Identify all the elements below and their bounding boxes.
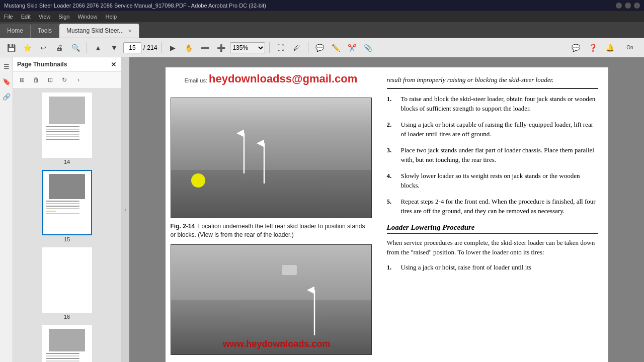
nav-icon[interactable]: ☰	[2, 61, 12, 71]
share-button[interactable]: 💬	[569, 41, 583, 55]
item-num-4: 4.	[387, 171, 396, 191]
toolbar: 💾 ⭐ ↩ 🖨 🔍 ▲ ▼ / 214 ▶ ✋ ➖ ➕ 135% 100% 75…	[0, 38, 644, 57]
item-text-4: Slowly lower loader so its weight rests …	[401, 171, 598, 191]
window-controls[interactable]	[616, 3, 640, 9]
menu-window[interactable]: Window	[77, 14, 97, 20]
lowering-text-1: Using a jack or hoist, raise front of lo…	[401, 262, 532, 273]
figure-1-caption: Fig. 2-14 Location underneath the left r…	[171, 222, 372, 239]
left-icon-bar: ☰ 🔖 🔗	[0, 57, 13, 362]
tab-tools[interactable]: Tools	[31, 24, 59, 38]
zoom-select[interactable]: 135% 100% 75% 150%	[230, 42, 265, 53]
sidebar-collapse-button[interactable]: ‹	[121, 57, 129, 362]
thumb-box-17[interactable]	[42, 325, 92, 362]
tab-home-label: Home	[7, 27, 23, 34]
close-button[interactable]	[634, 3, 640, 9]
thumb-box-15[interactable]	[42, 170, 92, 235]
thumb-box-16[interactable]	[42, 247, 92, 313]
instruction-item-3: 3. Place two jack stands under flat part…	[387, 145, 598, 165]
menu-sign[interactable]: Sign	[58, 14, 69, 20]
separator-3	[269, 42, 270, 53]
notification-button[interactable]: 🔔	[603, 41, 617, 55]
thumb-box-14[interactable]	[42, 93, 92, 158]
select-tool-button[interactable]: ▶	[166, 41, 180, 55]
item-text-3: Place two jack stands under flat part of…	[401, 145, 598, 165]
sidebar-title: Page Thumbnails	[17, 61, 67, 68]
thumb-14[interactable]: 14	[15, 93, 119, 165]
zoom-in-button[interactable]: ➕	[214, 41, 228, 55]
tab-tools-label: Tools	[38, 27, 52, 34]
thumb-15[interactable]: 15	[15, 170, 119, 242]
section-heading-text: Loader Lowering Procedure	[387, 223, 475, 231]
instruction-item-1: 1. To raise and block the skid-steer loa…	[387, 94, 598, 114]
tab-home[interactable]: Home	[0, 24, 31, 38]
sidebar-header: Page Thumbnails ✕	[13, 57, 121, 72]
item-text-5: Repeat steps 2-4 for the front end. When…	[401, 197, 598, 216]
comment-button[interactable]: 💬	[312, 41, 327, 55]
sidebar-delete-btn[interactable]: 🗑	[30, 74, 42, 86]
tab-bar: Home Tools Mustang Skid Steer... ✕	[0, 22, 644, 38]
save-button[interactable]: 💾	[4, 41, 18, 55]
arrow-2	[257, 138, 272, 189]
lowering-num-1: 1.	[387, 262, 396, 273]
fig-1-text: Location underneath the left rear skid l…	[171, 223, 365, 238]
menu-file[interactable]: File	[4, 14, 13, 20]
thumb-16[interactable]: 16	[15, 247, 119, 320]
tab-close-icon[interactable]: ✕	[128, 28, 132, 34]
thumbnails-container[interactable]: 14 15	[13, 88, 121, 362]
sidebar-tools: ⊞ 🗑 ⊡ ↻ ›	[13, 72, 121, 88]
page-input[interactable]	[123, 42, 141, 53]
item-text-2: Using a jack or hoist capable of raising…	[401, 120, 598, 139]
stamp-button[interactable]: ✂️	[345, 41, 359, 55]
attach-button[interactable]: 📎	[361, 41, 375, 55]
page-document: Email us: heydownloadss@gmail.com	[166, 67, 608, 362]
tab-document[interactable]: Mustang Skid Steer... ✕	[59, 24, 139, 38]
item-text-1: To raise and block the skid-steer loader…	[401, 94, 598, 114]
sidebar-rotate-btn[interactable]: ↻	[58, 74, 70, 86]
arrow-1	[236, 128, 252, 178]
next-page-button[interactable]: ▼	[107, 41, 121, 55]
arrow-3	[307, 285, 322, 340]
item-num-5: 5.	[387, 197, 396, 216]
left-column: Email us: heydownloadss@gmail.com	[166, 67, 377, 362]
minimize-button[interactable]	[616, 3, 622, 9]
thumb-17[interactable]: 17	[15, 325, 119, 362]
highlight-button[interactable]: ✏️	[329, 41, 343, 55]
menu-view[interactable]: View	[39, 14, 51, 20]
find-button[interactable]: 🔍	[68, 41, 83, 55]
title-text: Mustang Skid Steer Loader 2066 2076 2086…	[4, 3, 266, 9]
menu-edit[interactable]: Edit	[21, 14, 31, 20]
separator-4	[308, 42, 308, 53]
help-button[interactable]: ❓	[586, 41, 600, 55]
prev-page-button[interactable]: ▲	[91, 41, 105, 55]
yellow-dot	[191, 173, 205, 188]
main-layout: ☰ 🔖 🔗 Page Thumbnails ✕ ⊞ 🗑 ⊡ ↻ ›	[0, 57, 644, 362]
sidebar-grid-btn[interactable]: ⊞	[16, 74, 28, 86]
separator-1	[87, 42, 87, 53]
marquee-zoom-button[interactable]: ⛶	[274, 41, 288, 55]
on-toggle[interactable]: On	[620, 41, 640, 55]
page-separator: /	[143, 44, 145, 51]
back-button[interactable]: ↩	[36, 41, 50, 55]
instruction-item-5: 5. Repeat steps 2-4 for the front end. W…	[387, 197, 598, 216]
instruction-list: 1. To raise and block the skid-steer loa…	[387, 94, 598, 216]
print-button[interactable]: 🖨	[52, 41, 66, 55]
touchup-button[interactable]: 🖊	[290, 41, 304, 55]
pan-tool-button[interactable]: ✋	[182, 41, 196, 55]
menu-help[interactable]: Help	[106, 14, 117, 20]
sidebar-extract-btn[interactable]: ⊡	[44, 74, 56, 86]
thumb-label-15: 15	[64, 236, 70, 242]
bookmark-button[interactable]: ⭐	[20, 41, 34, 55]
maximize-button[interactable]	[625, 3, 631, 9]
sidebar-more-btn[interactable]: ›	[72, 74, 85, 86]
watermark-email: heydownloadss@gmail.com	[209, 72, 357, 85]
menu-bar: File Edit View Sign Window Help	[0, 11, 644, 22]
content-area[interactable]: Email us: heydownloadss@gmail.com	[129, 57, 644, 362]
toolbar-right: 💬 ❓ 🔔 On	[569, 41, 640, 55]
sidebar-close-button[interactable]: ✕	[111, 60, 117, 68]
warning-text: result from improperly raising or blocki…	[387, 76, 554, 83]
bookmark-icon[interactable]: 🔖	[2, 76, 12, 86]
item-num-2: 2.	[387, 120, 396, 139]
link-icon[interactable]: 🔗	[2, 92, 12, 102]
zoom-out-button[interactable]: ➖	[198, 41, 212, 55]
separator-2	[161, 42, 162, 53]
